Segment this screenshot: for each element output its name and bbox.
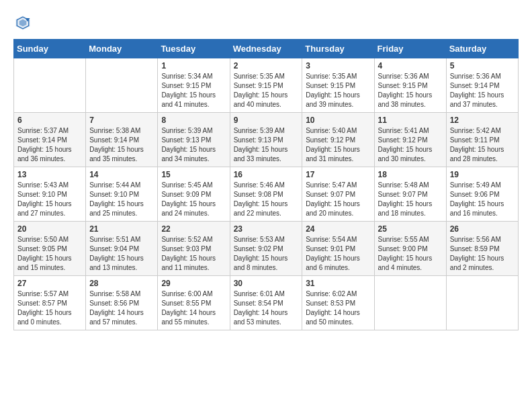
day-info: Sunrise: 5:50 AM Sunset: 9:05 PM Dayligh… bbox=[17, 235, 82, 273]
day-info: Sunrise: 5:44 AM Sunset: 9:10 PM Dayligh… bbox=[89, 181, 154, 218]
day-info: Sunrise: 5:55 AM Sunset: 9:00 PM Dayligh… bbox=[378, 235, 443, 273]
day-number: 12 bbox=[450, 116, 515, 125]
calendar-week-3: 13Sunrise: 5:43 AM Sunset: 9:10 PM Dayli… bbox=[14, 167, 519, 222]
calendar-cell: 15Sunrise: 5:45 AM Sunset: 9:09 PM Dayli… bbox=[158, 167, 230, 222]
day-number: 25 bbox=[378, 224, 443, 234]
day-number: 8 bbox=[161, 116, 226, 125]
day-info: Sunrise: 5:35 AM Sunset: 9:15 PM Dayligh… bbox=[234, 72, 299, 109]
day-info: Sunrise: 5:36 AM Sunset: 9:15 PM Dayligh… bbox=[378, 72, 443, 109]
weekday-header-saturday: Saturday bbox=[446, 40, 518, 58]
calendar-cell: 16Sunrise: 5:46 AM Sunset: 9:08 PM Dayli… bbox=[230, 167, 302, 222]
day-info: Sunrise: 5:39 AM Sunset: 9:13 PM Dayligh… bbox=[161, 126, 226, 164]
day-number: 5 bbox=[450, 61, 515, 71]
day-number: 6 bbox=[17, 116, 82, 125]
day-info: Sunrise: 6:00 AM Sunset: 8:55 PM Dayligh… bbox=[161, 289, 226, 327]
calendar-cell: 24Sunrise: 5:54 AM Sunset: 9:01 PM Dayli… bbox=[302, 222, 374, 276]
day-info: Sunrise: 5:41 AM Sunset: 9:12 PM Dayligh… bbox=[378, 126, 443, 164]
day-number: 20 bbox=[17, 224, 82, 234]
calendar-table: SundayMondayTuesdayWednesdayThursdayFrid… bbox=[13, 39, 519, 330]
day-info: Sunrise: 5:47 AM Sunset: 9:07 PM Dayligh… bbox=[306, 181, 370, 218]
calendar-cell: 25Sunrise: 5:55 AM Sunset: 9:00 PM Dayli… bbox=[374, 222, 446, 276]
calendar-cell: 14Sunrise: 5:44 AM Sunset: 9:10 PM Dayli… bbox=[86, 167, 158, 222]
calendar-week-4: 20Sunrise: 5:50 AM Sunset: 9:05 PM Dayli… bbox=[14, 222, 519, 276]
day-number: 29 bbox=[161, 279, 226, 288]
day-number: 23 bbox=[234, 224, 299, 234]
day-number: 14 bbox=[89, 170, 154, 179]
calendar-cell: 12Sunrise: 5:42 AM Sunset: 9:11 PM Dayli… bbox=[446, 113, 518, 167]
calendar-week-5: 27Sunrise: 5:57 AM Sunset: 8:57 PM Dayli… bbox=[14, 276, 519, 330]
day-info: Sunrise: 5:39 AM Sunset: 9:13 PM Dayligh… bbox=[234, 126, 299, 164]
day-number: 3 bbox=[306, 61, 370, 71]
day-number: 1 bbox=[161, 61, 226, 71]
day-number: 16 bbox=[234, 170, 299, 179]
day-number: 24 bbox=[306, 224, 370, 234]
calendar-cell: 18Sunrise: 5:48 AM Sunset: 9:07 PM Dayli… bbox=[374, 167, 446, 222]
day-number: 22 bbox=[161, 224, 226, 234]
calendar-cell: 11Sunrise: 5:41 AM Sunset: 9:12 PM Dayli… bbox=[374, 113, 446, 167]
day-info: Sunrise: 5:45 AM Sunset: 9:09 PM Dayligh… bbox=[161, 181, 226, 218]
day-number: 19 bbox=[450, 170, 515, 179]
day-number: 26 bbox=[450, 224, 515, 234]
weekday-header-friday: Friday bbox=[374, 40, 446, 58]
calendar-cell: 9Sunrise: 5:39 AM Sunset: 9:13 PM Daylig… bbox=[230, 113, 302, 167]
day-info: Sunrise: 5:37 AM Sunset: 9:14 PM Dayligh… bbox=[17, 126, 82, 164]
calendar-cell bbox=[86, 58, 158, 113]
calendar-cell: 13Sunrise: 5:43 AM Sunset: 9:10 PM Dayli… bbox=[14, 167, 86, 222]
calendar-cell: 19Sunrise: 5:49 AM Sunset: 9:06 PM Dayli… bbox=[446, 167, 518, 222]
day-number: 30 bbox=[234, 279, 299, 288]
day-info: Sunrise: 5:49 AM Sunset: 9:06 PM Dayligh… bbox=[450, 181, 515, 218]
calendar-cell: 1Sunrise: 5:34 AM Sunset: 9:15 PM Daylig… bbox=[158, 58, 230, 113]
day-number: 15 bbox=[161, 170, 226, 179]
calendar-cell: 6Sunrise: 5:37 AM Sunset: 9:14 PM Daylig… bbox=[14, 113, 86, 167]
calendar-cell: 3Sunrise: 5:35 AM Sunset: 9:15 PM Daylig… bbox=[302, 58, 374, 113]
weekday-header-monday: Monday bbox=[86, 40, 158, 58]
calendar-cell: 5Sunrise: 5:36 AM Sunset: 9:14 PM Daylig… bbox=[446, 58, 518, 113]
logo bbox=[13, 13, 36, 32]
day-info: Sunrise: 5:40 AM Sunset: 9:12 PM Dayligh… bbox=[306, 126, 370, 164]
weekday-header-wednesday: Wednesday bbox=[230, 40, 302, 58]
day-info: Sunrise: 5:57 AM Sunset: 8:57 PM Dayligh… bbox=[17, 289, 82, 327]
day-info: Sunrise: 5:58 AM Sunset: 8:56 PM Dayligh… bbox=[89, 289, 154, 327]
calendar-cell: 29Sunrise: 6:00 AM Sunset: 8:55 PM Dayli… bbox=[158, 276, 230, 330]
day-number: 17 bbox=[306, 170, 370, 179]
calendar-cell: 30Sunrise: 6:01 AM Sunset: 8:54 PM Dayli… bbox=[230, 276, 302, 330]
calendar-cell: 2Sunrise: 5:35 AM Sunset: 9:15 PM Daylig… bbox=[230, 58, 302, 113]
calendar-cell bbox=[374, 276, 446, 330]
calendar-cell: 4Sunrise: 5:36 AM Sunset: 9:15 PM Daylig… bbox=[374, 58, 446, 113]
logo-icon bbox=[13, 13, 32, 32]
calendar-cell: 27Sunrise: 5:57 AM Sunset: 8:57 PM Dayli… bbox=[14, 276, 86, 330]
day-info: Sunrise: 5:54 AM Sunset: 9:01 PM Dayligh… bbox=[306, 235, 370, 273]
day-info: Sunrise: 5:52 AM Sunset: 9:03 PM Dayligh… bbox=[161, 235, 226, 273]
day-number: 28 bbox=[89, 279, 154, 288]
calendar-cell: 26Sunrise: 5:56 AM Sunset: 8:59 PM Dayli… bbox=[446, 222, 518, 276]
day-info: Sunrise: 6:02 AM Sunset: 8:53 PM Dayligh… bbox=[306, 289, 370, 327]
day-number: 13 bbox=[17, 170, 82, 179]
calendar-cell: 28Sunrise: 5:58 AM Sunset: 8:56 PM Dayli… bbox=[86, 276, 158, 330]
day-info: Sunrise: 5:38 AM Sunset: 9:14 PM Dayligh… bbox=[89, 126, 154, 164]
calendar-cell: 21Sunrise: 5:51 AM Sunset: 9:04 PM Dayli… bbox=[86, 222, 158, 276]
weekday-header-row: SundayMondayTuesdayWednesdayThursdayFrid… bbox=[14, 40, 519, 58]
calendar-cell: 20Sunrise: 5:50 AM Sunset: 9:05 PM Dayli… bbox=[14, 222, 86, 276]
day-number: 7 bbox=[89, 116, 154, 125]
day-info: Sunrise: 5:35 AM Sunset: 9:15 PM Dayligh… bbox=[306, 72, 370, 109]
calendar-cell: 23Sunrise: 5:53 AM Sunset: 9:02 PM Dayli… bbox=[230, 222, 302, 276]
calendar-cell: 10Sunrise: 5:40 AM Sunset: 9:12 PM Dayli… bbox=[302, 113, 374, 167]
day-info: Sunrise: 5:43 AM Sunset: 9:10 PM Dayligh… bbox=[17, 181, 82, 218]
calendar-cell: 22Sunrise: 5:52 AM Sunset: 9:03 PM Dayli… bbox=[158, 222, 230, 276]
day-number: 21 bbox=[89, 224, 154, 234]
calendar-week-2: 6Sunrise: 5:37 AM Sunset: 9:14 PM Daylig… bbox=[14, 113, 519, 167]
day-number: 2 bbox=[234, 61, 299, 71]
day-info: Sunrise: 5:56 AM Sunset: 8:59 PM Dayligh… bbox=[450, 235, 515, 273]
day-number: 10 bbox=[306, 116, 370, 125]
day-info: Sunrise: 5:42 AM Sunset: 9:11 PM Dayligh… bbox=[450, 126, 515, 164]
day-info: Sunrise: 6:01 AM Sunset: 8:54 PM Dayligh… bbox=[234, 289, 299, 327]
day-number: 11 bbox=[378, 116, 443, 125]
day-number: 27 bbox=[17, 279, 82, 288]
day-info: Sunrise: 5:36 AM Sunset: 9:14 PM Dayligh… bbox=[450, 72, 515, 109]
calendar-cell bbox=[14, 58, 86, 113]
weekday-header-thursday: Thursday bbox=[302, 40, 374, 58]
calendar-cell: 7Sunrise: 5:38 AM Sunset: 9:14 PM Daylig… bbox=[86, 113, 158, 167]
day-info: Sunrise: 5:51 AM Sunset: 9:04 PM Dayligh… bbox=[89, 235, 154, 273]
weekday-header-tuesday: Tuesday bbox=[158, 40, 230, 58]
day-info: Sunrise: 5:48 AM Sunset: 9:07 PM Dayligh… bbox=[378, 181, 443, 218]
